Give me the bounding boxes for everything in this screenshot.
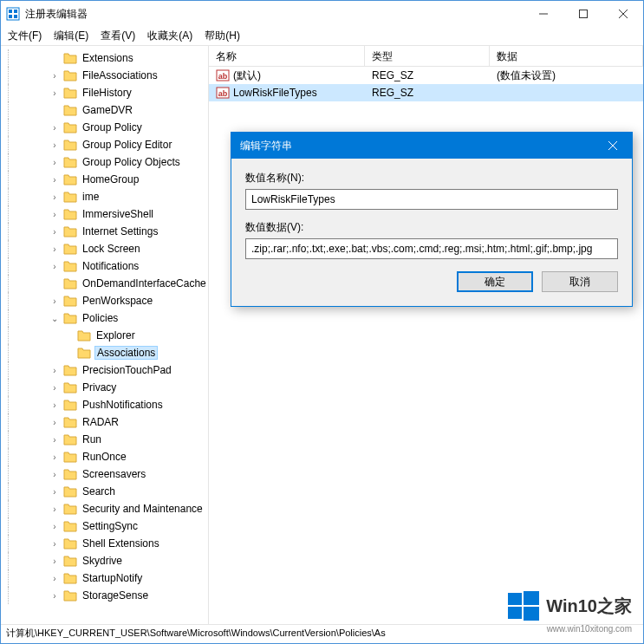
tree-expander-icon[interactable]: › bbox=[49, 88, 60, 98]
tree-item[interactable]: ⌄Policies bbox=[1, 309, 208, 327]
list-row[interactable]: abLowRiskFileTypesREG_SZ bbox=[209, 84, 643, 101]
tree-expander-icon[interactable]: › bbox=[49, 470, 60, 479]
tree-item[interactable]: ›PenWorkspace bbox=[1, 292, 208, 309]
tree-expander-icon[interactable]: › bbox=[49, 591, 60, 601]
dialog-title-text: 编辑字符串 bbox=[240, 139, 292, 153]
tree-expander-icon[interactable]: › bbox=[49, 227, 60, 237]
folder-icon bbox=[63, 485, 77, 498]
tree-item-label: Privacy bbox=[81, 381, 118, 394]
col-data[interactable]: 数据 bbox=[490, 46, 643, 66]
tree-item[interactable]: ›Lock Screen bbox=[1, 240, 208, 257]
tree-expander-icon[interactable]: › bbox=[49, 158, 60, 167]
tree-item[interactable]: ›Group Policy bbox=[1, 119, 208, 136]
tree-expander-icon[interactable]: › bbox=[49, 383, 60, 393]
folder-icon bbox=[63, 555, 77, 567]
tree-expander-icon[interactable]: › bbox=[49, 539, 60, 549]
tree-expander-icon[interactable]: › bbox=[49, 210, 60, 219]
tree-expander-icon[interactable]: › bbox=[49, 487, 60, 497]
menu-help[interactable]: 帮助(H) bbox=[205, 29, 240, 43]
tree-expander-icon[interactable]: › bbox=[49, 574, 60, 583]
tree-item[interactable]: ›Skydrive bbox=[1, 552, 208, 569]
folder-icon bbox=[63, 399, 77, 411]
tree-expander-icon[interactable]: › bbox=[49, 71, 60, 81]
tree-expander-icon[interactable]: › bbox=[49, 435, 60, 445]
folder-icon bbox=[63, 69, 77, 81]
tree-item-label: Skydrive bbox=[81, 555, 124, 567]
menu-view[interactable]: 查看(V) bbox=[101, 29, 135, 43]
tree-item[interactable]: Associations bbox=[1, 344, 208, 361]
tree-expander-icon[interactable]: › bbox=[49, 175, 60, 185]
tree-item[interactable]: ›SettingSync bbox=[1, 517, 208, 535]
tree-item[interactable]: ›RADAR bbox=[1, 413, 208, 431]
tree-item-label: RunOnce bbox=[81, 451, 128, 463]
tree-item[interactable]: ›Security and Maintenance bbox=[1, 500, 208, 517]
tree-item[interactable]: Explorer bbox=[1, 327, 208, 344]
tree-item-label: RADAR bbox=[81, 416, 120, 428]
tree-expander-icon[interactable]: › bbox=[49, 418, 60, 427]
tree-item[interactable]: ›Internet Settings bbox=[1, 223, 208, 240]
tree-item[interactable]: ›Shell Extensions bbox=[1, 535, 208, 552]
tree-item[interactable]: ›RunOnce bbox=[1, 448, 208, 465]
cancel-button[interactable]: 取消 bbox=[542, 271, 618, 292]
tree-item[interactable]: ›Search bbox=[1, 483, 208, 500]
tree-item[interactable]: ›StartupNotify bbox=[1, 569, 208, 587]
tree-item[interactable]: ›Screensavers bbox=[1, 465, 208, 483]
tree-expander-icon[interactable]: › bbox=[49, 123, 60, 133]
tree-item[interactable]: ›StorageSense bbox=[1, 587, 208, 604]
tree-expander-icon[interactable]: › bbox=[49, 192, 60, 202]
tree-item[interactable]: ›Privacy bbox=[1, 379, 208, 396]
ok-button[interactable]: 确定 bbox=[457, 271, 533, 292]
tree-item-label: Extensions bbox=[81, 52, 135, 64]
tree-pane[interactable]: Extensions›FileAssociations›FileHistoryG… bbox=[1, 46, 209, 624]
tree-item[interactable]: ›PrecisionTouchPad bbox=[1, 361, 208, 379]
tree-item[interactable]: ›FileHistory bbox=[1, 84, 208, 101]
menu-favorites[interactable]: 收藏夹(A) bbox=[147, 29, 192, 43]
folder-icon bbox=[63, 520, 77, 532]
tree-expander-icon[interactable]: › bbox=[49, 400, 60, 410]
tree-item[interactable]: ›Group Policy Objects bbox=[1, 153, 208, 171]
dialog-close-button[interactable] bbox=[594, 133, 632, 159]
watermark-text: Win10之家 bbox=[546, 595, 632, 618]
tree-item[interactable]: ›PushNotifications bbox=[1, 396, 208, 413]
menu-file[interactable]: 文件(F) bbox=[8, 29, 42, 43]
tree-item[interactable]: ›Run bbox=[1, 431, 208, 448]
col-name[interactable]: 名称 bbox=[209, 46, 365, 66]
value-data-input[interactable] bbox=[245, 238, 618, 259]
tree-expander-icon[interactable]: › bbox=[49, 262, 60, 271]
minimize-button[interactable] bbox=[524, 1, 563, 27]
tree-item[interactable]: ›Notifications bbox=[1, 257, 208, 275]
svg-rect-17 bbox=[508, 607, 522, 619]
value-name-label: 数值名称(N): bbox=[245, 171, 618, 185]
tree-item[interactable]: GameDVR bbox=[1, 101, 208, 119]
menu-edit[interactable]: 编辑(E) bbox=[54, 29, 88, 43]
tree-item[interactable]: Extensions bbox=[1, 49, 208, 67]
tree-expander-icon[interactable]: › bbox=[49, 244, 60, 254]
tree-item[interactable]: ›FileAssociations bbox=[1, 67, 208, 84]
tree-expander-icon[interactable]: › bbox=[49, 556, 60, 566]
tree-expander-icon[interactable]: ⌄ bbox=[49, 314, 60, 323]
tree-expander-icon[interactable]: › bbox=[49, 140, 60, 150]
tree-expander-icon[interactable]: › bbox=[49, 296, 60, 306]
tree-item[interactable]: ›Group Policy Editor bbox=[1, 136, 208, 153]
watermark-url: www.win10xitong.com bbox=[547, 624, 632, 634]
value-name-input[interactable] bbox=[245, 189, 618, 210]
folder-icon bbox=[63, 503, 77, 515]
tree-expander-icon[interactable]: › bbox=[49, 366, 60, 375]
tree-item[interactable]: ›ImmersiveShell bbox=[1, 205, 208, 223]
tree-item[interactable]: OnDemandInterfaceCache bbox=[1, 275, 208, 292]
tree-expander-icon[interactable]: › bbox=[49, 522, 60, 531]
tree-expander-icon[interactable]: › bbox=[49, 504, 60, 514]
col-type[interactable]: 类型 bbox=[365, 46, 490, 66]
tree-expander-icon[interactable]: › bbox=[49, 452, 60, 462]
close-button[interactable] bbox=[603, 1, 643, 27]
main-window: 注册表编辑器 文件(F) 编辑(E) 查看(V) 收藏夹(A) 帮助(H) Ex… bbox=[0, 0, 644, 644]
folder-icon bbox=[63, 243, 77, 255]
tree-item[interactable]: ›HomeGroup bbox=[1, 171, 208, 188]
tree-item[interactable]: ›ime bbox=[1, 188, 208, 205]
folder-icon bbox=[63, 312, 77, 324]
list-row[interactable]: ab(默认)REG_SZ(数值未设置) bbox=[209, 67, 643, 84]
svg-rect-18 bbox=[524, 607, 539, 621]
value-data-label: 数值数据(V): bbox=[245, 220, 618, 235]
folder-icon bbox=[63, 433, 77, 446]
maximize-button[interactable] bbox=[563, 1, 603, 27]
